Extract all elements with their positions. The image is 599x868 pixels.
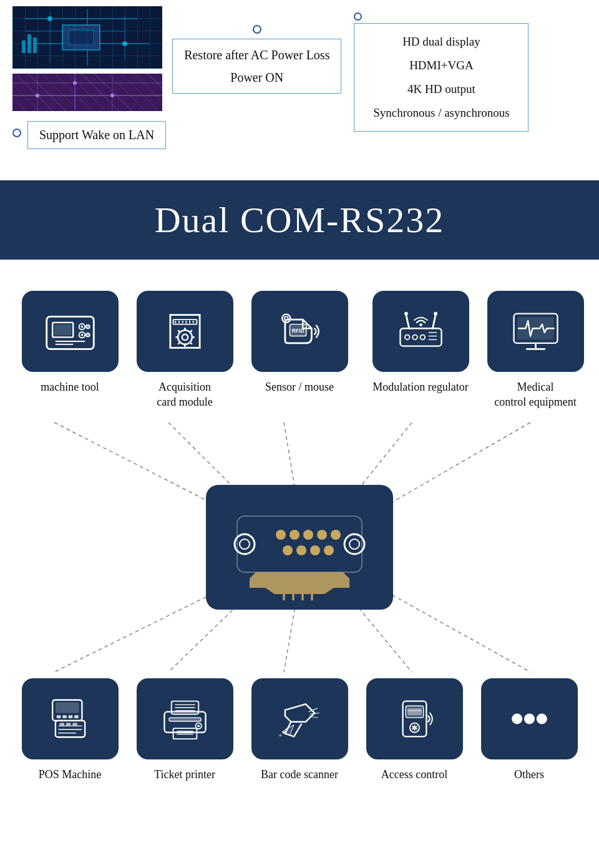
middle-column: Restore after AC Power Loss Power ON [172,6,341,94]
svg-rect-107 [74,715,79,718]
svg-line-50 [178,330,180,332]
icon-others: Others [479,678,579,782]
banner-title: Dual COM-RS232 [155,200,445,240]
barcode-scanner-icon [273,694,326,744]
left-column: Support Wake on LAN [12,6,166,149]
medical-label: Medical control equipment [494,379,576,410]
ticket-printer-icon-box [137,678,233,759]
svg-line-127 [309,713,319,714]
pos-label: POS Machine [39,767,102,782]
svg-point-30 [87,326,88,327]
svg-rect-121 [173,728,197,739]
pos-icon-box [22,678,119,759]
svg-line-53 [178,342,180,344]
svg-point-96 [310,545,320,555]
svg-point-68 [434,312,437,316]
svg-point-59 [405,335,410,340]
svg-rect-134 [407,708,422,715]
machine-tool-icon [44,306,97,356]
svg-rect-11 [69,30,94,45]
svg-point-130 [285,728,287,731]
svg-rect-120 [169,718,201,721]
hd-dual-label: HD dual display [367,30,515,54]
svg-text:✱: ✱ [411,723,418,732]
svg-point-94 [283,545,293,555]
sensor-icon-box: RFID [251,291,348,372]
svg-line-52 [190,330,192,332]
svg-point-97 [324,545,334,555]
svg-rect-103 [55,702,79,713]
power-label: Power ON [184,68,329,87]
svg-rect-10 [62,25,100,50]
svg-line-67 [432,315,436,329]
acquisition-icon-box [137,291,233,372]
svg-point-131 [279,734,281,736]
svg-rect-14 [33,37,37,53]
connector-dot-middle [253,25,261,34]
icon-machine-tool: machine tool [20,291,120,394]
access-control-label: Access control [381,767,447,782]
svg-point-9 [122,41,127,46]
svg-line-51 [190,342,192,344]
top-section: Support Wake on LAN Restore after AC Pow… [0,0,599,162]
svg-point-69 [419,323,422,326]
wake-on-lan-box: Support Wake on LAN [27,121,166,149]
svg-point-45 [182,334,187,340]
svg-point-129 [282,731,285,734]
sync-label: Synchronous / asynchronous [367,101,515,125]
hd-4k-label: 4K HD output [367,77,515,101]
icon-acquisition: Acquisition card module [135,291,235,410]
dual-com-banner: Dual COM-RS232 [0,180,599,260]
barcode-scanner-icon-box [251,678,348,759]
svg-point-91 [303,530,313,540]
ticket-printer-label: Ticket printer [154,767,215,782]
svg-point-139 [524,713,535,724]
svg-rect-105 [62,715,67,718]
modulation-icon [394,306,447,356]
svg-rect-0 [12,6,162,69]
circuit-purple-image [12,74,162,111]
svg-rect-106 [68,715,72,718]
svg-text:RFID: RFID [291,328,304,334]
restore-power-box: Restore after AC Power Loss Power ON [172,39,341,94]
icon-pos: POS Machine [20,678,120,782]
svg-rect-13 [27,34,31,53]
others-icon-box [481,678,578,759]
top-icons-row: machine tool [0,272,599,410]
access-control-icon-box: ✱ [366,678,463,759]
sensor-label: Sensor / mouse [265,379,334,394]
connector-dot-left [12,129,21,137]
svg-point-90 [290,530,300,540]
svg-point-66 [404,312,408,316]
icon-access-control: ✱ Access control [364,678,464,782]
svg-point-93 [331,530,341,540]
icon-medical: Medical control equipment [492,291,579,410]
svg-rect-104 [56,715,61,718]
svg-point-32 [80,334,83,336]
svg-rect-15 [12,74,162,111]
svg-point-92 [317,530,327,540]
icon-sensor: RFID Sensor / mouse [250,291,349,394]
icon-modulation: Modulation regulator [364,291,477,394]
modulation-label: Modulation regulator [373,379,468,394]
icon-barcode-scanner: Bar code scanner [250,678,349,782]
modulation-icon-box [373,291,469,372]
svg-point-138 [512,713,522,724]
medical-icon [509,306,562,356]
machine-tool-icon-box [22,291,119,372]
svg-point-22 [73,81,77,85]
restore-label: Restore after AC Power Loss [184,46,329,64]
diagram-section [0,416,599,678]
svg-rect-114 [72,723,77,725]
com-port-center [206,485,393,610]
svg-point-54 [282,315,290,323]
svg-point-61 [420,335,425,340]
svg-line-65 [406,315,409,329]
ticket-printer-icon [158,694,212,744]
wake-on-lan-container: Support Wake on LAN [12,116,166,149]
bottom-icons-row: POS Machine Ticket [0,678,599,801]
svg-rect-12 [22,41,26,53]
barcode-scanner-label: Bar code scanner [261,767,338,782]
machine-tool-label: machine tool [41,379,99,394]
com-port-icon [212,491,387,603]
